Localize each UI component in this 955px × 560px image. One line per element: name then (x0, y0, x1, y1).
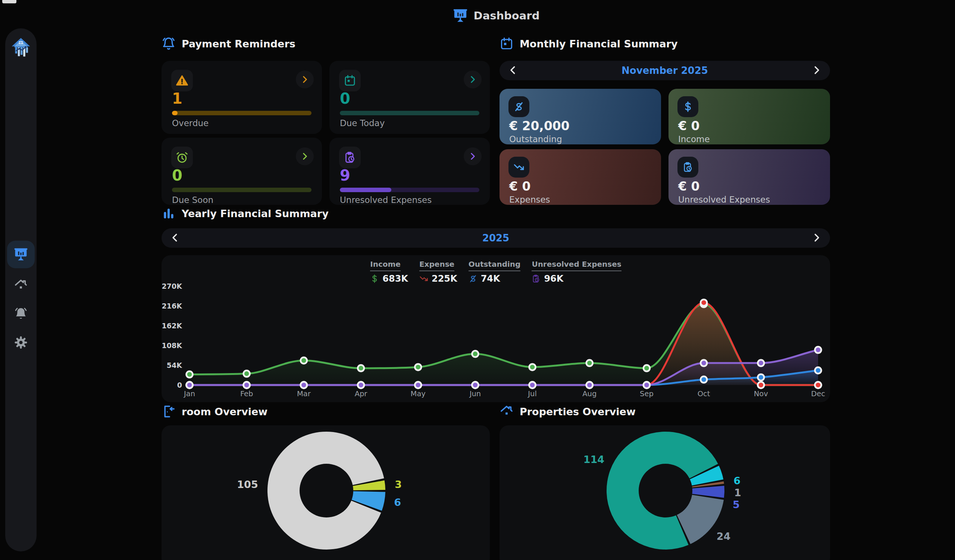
monthly-cards-grid: € 20,000Outstanding€ 0Income€ 0Expenses€… (499, 89, 830, 205)
svg-text:108K: 108K (162, 341, 183, 350)
clipboard-clock-icon (339, 147, 361, 168)
svg-text:216K: 216K (162, 302, 183, 310)
svg-text:Feb: Feb (240, 389, 253, 398)
yearly-summary-title: Yearly Financial Summary (182, 208, 329, 219)
chart-legend: Income683KExpense225KOutstanding74KUnres… (161, 260, 830, 284)
monthly-card-expenses: € 0Expenses (499, 149, 661, 205)
svg-text:Jul: Jul (527, 389, 537, 398)
monthly-summary-title: Monthly Financial Summary (520, 38, 678, 50)
legend-label: Expense (419, 260, 454, 271)
payment-card-label: Due Soon (172, 195, 213, 205)
progress-bar (172, 111, 312, 115)
donut-slice-label: 1 (734, 487, 741, 499)
calendar-icon (499, 36, 514, 51)
donut-slice-label: 114 (584, 454, 604, 465)
svg-text:Jan: Jan (183, 389, 195, 398)
monthly-card-value: € 20,000 (509, 119, 570, 133)
page-title: Dashboard (474, 9, 540, 22)
legend-item-unresolved-expenses: Unresolved Expenses96K (532, 260, 621, 284)
chevron-right-icon[interactable] (296, 147, 314, 165)
svg-text:Sep: Sep (640, 389, 654, 398)
svg-text:0: 0 (177, 381, 182, 389)
donut-slice-label: 105 (237, 479, 258, 490)
svg-text:Nov: Nov (754, 389, 768, 398)
app-logo-icon (10, 36, 32, 58)
monthly-card-income: € 0Income (668, 89, 830, 144)
chevron-right-icon[interactable] (464, 70, 482, 88)
room-overview-title: room Overview (182, 406, 268, 418)
month-navigator: November 2025 (499, 61, 830, 80)
next-year-button[interactable] (810, 231, 823, 245)
dashboard-root: Dashboard Payment Reminders 1Overdue0Due… (0, 0, 955, 560)
legend-label: Income (370, 260, 401, 271)
sidebar-item-notifications[interactable] (13, 305, 29, 322)
sidebar-item-settings[interactable] (13, 334, 29, 351)
house-icon (499, 404, 514, 419)
main-content: Dashboard Payment Reminders 1Overdue0Due… (161, 0, 830, 560)
dollar-icon (678, 96, 698, 117)
monthly-card-value: € 0 (509, 179, 531, 194)
sidebar-item-properties[interactable] (13, 277, 29, 294)
payment-card-label: Due Today (340, 118, 385, 128)
payment-card-unresolved-expenses[interactable]: 9Unresolved Expenses (329, 138, 490, 205)
svg-text:Jun: Jun (469, 389, 481, 398)
payment-card-label: Unresolved Expenses (340, 195, 432, 205)
legend-item-expense: Expense225K (419, 260, 457, 284)
payment-card-value: 1 (172, 90, 182, 107)
window-corner-chip (2, 0, 16, 3)
svg-text:Apr: Apr (355, 389, 368, 398)
svg-text:May: May (411, 389, 426, 398)
legend-value: 225K (432, 274, 457, 284)
clipboard-clock-icon (678, 157, 698, 178)
monthly-card-value: € 0 (678, 119, 700, 133)
current-month-label: November 2025 (499, 61, 830, 80)
monthly-card-label: Income (678, 134, 710, 144)
page-header: Dashboard (161, 8, 830, 24)
legend-item-income: Income683K (370, 260, 408, 284)
monthly-card-value: € 0 (678, 179, 700, 194)
dollar-slash-icon (468, 274, 478, 283)
room-overview-header: room Overview (161, 404, 268, 419)
legend-value: 96K (544, 274, 563, 284)
donut-slice-label: 5 (733, 499, 740, 510)
monthly-card-label: Expenses (509, 195, 550, 205)
bar-chart-icon (161, 206, 176, 221)
next-month-button[interactable] (810, 64, 823, 77)
chevron-right-icon[interactable] (296, 70, 314, 88)
payment-card-value: 9 (340, 167, 350, 184)
bell-icon (161, 36, 176, 51)
payment-reminders-title: Payment Reminders (182, 38, 296, 50)
svg-text:162K: 162K (162, 322, 183, 330)
yearly-chart-card: Income683KExpense225KOutstanding74KUnres… (161, 255, 830, 402)
dollar-icon (370, 274, 379, 283)
progress-bar (340, 188, 479, 192)
payment-card-overdue[interactable]: 1Overdue (161, 61, 322, 134)
trending-down-icon (509, 157, 529, 178)
trending-down-icon (419, 274, 428, 283)
donut-slice-label: 3 (395, 479, 402, 490)
sidebar (5, 28, 36, 551)
door-enter-icon (161, 404, 176, 419)
payment-cards-grid: 1Overdue0Due Today0Due Soon9Unresolved E… (161, 61, 490, 205)
svg-text:54K: 54K (167, 361, 182, 369)
payment-card-value: 0 (172, 167, 182, 184)
payment-card-due-soon[interactable]: 0Due Soon (161, 138, 322, 205)
warning-triangle-icon (171, 70, 193, 91)
legend-value: 683K (382, 274, 408, 284)
payment-card-label: Overdue (172, 118, 208, 128)
svg-text:Dec: Dec (811, 389, 825, 398)
legend-label: Unresolved Expenses (532, 260, 621, 271)
monthly-card-unresolved-expenses: € 0Unresolved Expenses (668, 149, 830, 205)
sidebar-item-dashboard[interactable] (7, 241, 35, 268)
donut-slice-label: 6 (733, 475, 741, 486)
payment-card-due-today[interactable]: 0Due Today (329, 61, 490, 134)
yearly-summary-header: Yearly Financial Summary (161, 206, 329, 221)
svg-text:Aug: Aug (582, 389, 596, 398)
clipboard-clock-icon (532, 274, 540, 283)
chevron-right-icon[interactable] (464, 147, 482, 165)
progress-bar (172, 188, 312, 192)
properties-overview-card: 61524114 (499, 425, 830, 560)
payment-card-value: 0 (340, 90, 350, 107)
room-overview-card: 36105 (161, 425, 490, 560)
svg-text:Mar: Mar (297, 389, 311, 398)
